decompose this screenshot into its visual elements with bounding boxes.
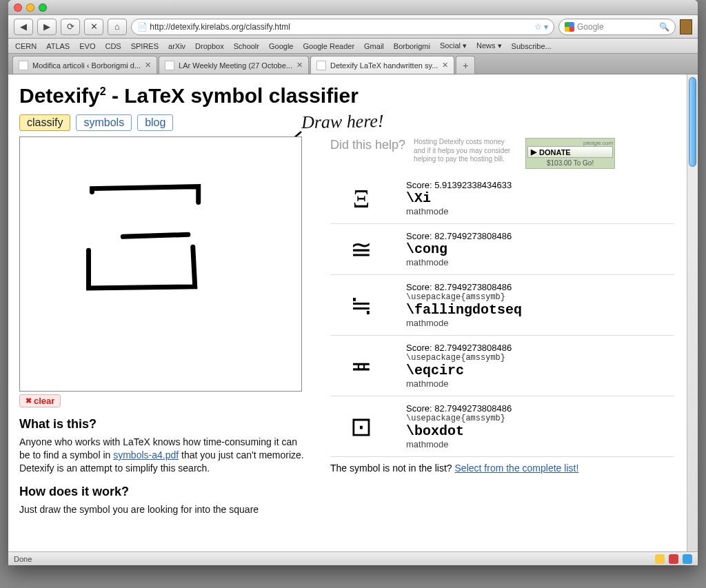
symbol-glyph: Ξ [330, 180, 392, 216]
nav-symbols[interactable]: symbols [76, 114, 132, 131]
result-item[interactable]: ≒ Score: 82.7949273808486 \usepackage{am… [330, 275, 674, 336]
tab[interactable]: Modifica articoli ‹ Borborigmi d...✕ [12, 56, 157, 74]
bookmark-item[interactable]: CDS [105, 42, 121, 50]
close-tab-icon[interactable]: ✕ [145, 61, 151, 70]
donate-widget[interactable]: pledgie.com ▶DONATE $103.00 To Go! [525, 138, 615, 169]
search-icon[interactable]: 🔍 [659, 22, 669, 32]
score: Score: 5.91392338434633 [406, 180, 674, 190]
did-this-help: Did this help? [330, 138, 405, 152]
close-tab-icon[interactable]: ✕ [296, 61, 303, 70]
status-icon[interactable] [683, 554, 692, 564]
back-button[interactable]: ◀ [14, 19, 33, 35]
bookmark-item[interactable]: Borborigmi [394, 42, 430, 50]
url-text: http://detexify.kirelabs.org/classify.ht… [150, 22, 290, 32]
bookmark-item[interactable]: Gmail [364, 42, 384, 50]
status-icon[interactable] [669, 554, 678, 564]
stop-button[interactable]: ✕ [84, 19, 103, 35]
bookmark-item[interactable]: Dropbox [195, 42, 224, 50]
browser-window: ◀ ▶ ⟳ ✕ ⌂ 📄 http://detexify.kirelabs.org… [8, 0, 698, 565]
bookmark-item[interactable]: EVO [79, 42, 95, 50]
mode: mathmode [406, 318, 674, 328]
score: Score: 82.7949273808486 [406, 282, 674, 292]
titlebar [8, 0, 698, 15]
result-item[interactable]: ≅ Score: 82.7949273808486 \cong mathmode [330, 224, 674, 275]
symbol-glyph: ≒ [330, 282, 392, 328]
latex-command: \cong [406, 241, 674, 257]
draw-here-annotation: Draw here! [301, 111, 384, 133]
bookmark-star-icon[interactable]: ☆ ▾ [534, 22, 548, 32]
latex-command: \fallingdotseq [406, 302, 674, 318]
bookmark-item[interactable]: Subscribe... [512, 42, 552, 50]
how-heading: How does it work? [19, 485, 305, 499]
tab[interactable]: LAr Weekly Meeting (27 Octobe...✕ [159, 56, 309, 74]
complete-list-link[interactable]: Select from the complete list! [455, 463, 579, 474]
search-placeholder: Google [577, 22, 604, 32]
mode: mathmode [406, 206, 674, 216]
library-button[interactable] [680, 19, 692, 34]
status-text: Done [14, 555, 32, 563]
latex-command: \Xi [406, 190, 674, 206]
what-text: Anyone who works with LaTeX knows how ti… [19, 436, 305, 475]
nav-classify[interactable]: classify [19, 114, 70, 131]
nav-blog[interactable]: blog [137, 114, 173, 131]
mode: mathmode [406, 378, 674, 389]
window-controls [14, 3, 47, 12]
status-bar: Done [8, 551, 698, 565]
symbol-glyph: ⊡ [330, 403, 392, 449]
reload-button[interactable]: ⟳ [61, 19, 80, 35]
what-heading: What is this? [19, 417, 305, 432]
user-drawing [20, 137, 301, 391]
bookmark-item[interactable]: News ▾ [476, 41, 502, 50]
toolbar: ◀ ▶ ⟳ ✕ ⌂ 📄 http://detexify.kirelabs.org… [8, 15, 698, 39]
not-in-list: The symbol is not in the list? Select fr… [330, 463, 674, 474]
zoom-window-button[interactable] [39, 3, 47, 12]
bookmark-item[interactable]: Google Reader [303, 42, 354, 50]
symbols-pdf-link[interactable]: symbols-a4.pdf [113, 449, 179, 460]
score: Score: 82.7949273808486 [406, 231, 674, 241]
mode: mathmode [406, 439, 674, 449]
bookmarks-toolbar: CERN ATLAS EVO CDS SPIRES arXiv Dropbox … [8, 39, 698, 54]
clear-button[interactable]: clear [19, 394, 61, 407]
bookmark-item[interactable]: arXiv [168, 42, 185, 50]
result-item[interactable]: ⊡ Score: 82.7949273808486 \usepackage{am… [330, 396, 674, 457]
package: \usepackage{amssymb} [406, 414, 674, 423]
status-icon[interactable] [655, 554, 665, 564]
bookmark-item[interactable]: CERN [15, 42, 37, 50]
search-box[interactable]: Google 🔍 [558, 19, 676, 35]
tab-strip: Modifica articoli ‹ Borborigmi d...✕ LAr… [8, 54, 698, 74]
forward-button[interactable]: ▶ [37, 19, 57, 35]
new-tab-button[interactable]: + [456, 56, 475, 74]
latex-command: \boxdot [406, 423, 674, 439]
page-content: Detexify2 - LaTeX symbol classifier clas… [8, 74, 687, 551]
home-button[interactable]: ⌂ [108, 19, 127, 35]
package: \usepackage{amssymb} [406, 292, 674, 302]
favicon [19, 61, 28, 70]
score: Score: 82.7949273808486 [406, 343, 674, 353]
mode: mathmode [406, 257, 674, 267]
symbol-glyph: ≅ [330, 231, 392, 267]
favicon [165, 61, 174, 70]
status-icons [655, 554, 692, 564]
result-item[interactable]: Ξ Score: 5.91392338434633 \Xi mathmode [330, 173, 674, 224]
vertical-scrollbar[interactable] [687, 74, 698, 551]
bookmark-item[interactable]: ATLAS [46, 42, 70, 50]
symbol-glyph: ≖ [330, 343, 392, 389]
bookmark-item[interactable]: SPIRES [131, 42, 159, 50]
scroll-thumb[interactable] [689, 77, 696, 167]
page-icon: 📄 [137, 22, 148, 32]
bookmark-item[interactable]: Schoolr [234, 42, 259, 50]
close-window-button[interactable] [14, 3, 22, 12]
play-icon: ▶ [531, 148, 536, 156]
favicon [316, 61, 326, 70]
address-bar[interactable]: 📄 http://detexify.kirelabs.org/classify.… [131, 19, 554, 35]
close-tab-icon[interactable]: ✕ [442, 61, 448, 70]
latex-command: \eqcirc [406, 363, 674, 378]
minimize-window-button[interactable] [26, 3, 34, 12]
tab-active[interactable]: Detexify LaTeX handwritten sy...✕ [310, 56, 454, 74]
bookmark-item[interactable]: Social ▾ [440, 41, 467, 50]
bookmark-item[interactable]: Google [269, 42, 293, 50]
score: Score: 82.7949273808486 [406, 403, 674, 414]
google-icon [565, 22, 574, 32]
result-item[interactable]: ≖ Score: 82.7949273808486 \usepackage{am… [330, 336, 674, 396]
draw-canvas[interactable] [19, 136, 302, 392]
